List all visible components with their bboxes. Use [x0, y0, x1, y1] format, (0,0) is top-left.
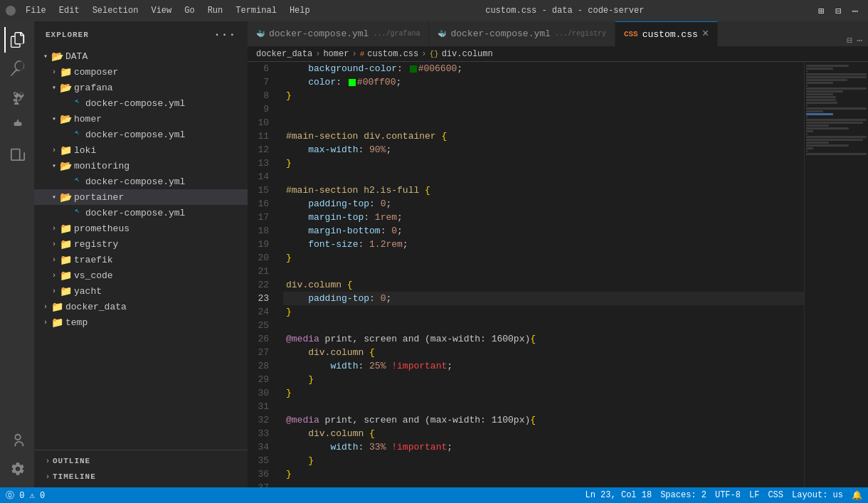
- code-content[interactable]: background-color: #006600; color: #00ff0…: [283, 62, 804, 487]
- folder-icon-traefik: 📁: [60, 254, 71, 265]
- tree-item-registry[interactable]: ›📁registry: [34, 236, 248, 252]
- tab-close-3[interactable]: ×: [702, 28, 709, 41]
- code-line-20: }: [283, 251, 804, 265]
- mini-line-27: [806, 125, 829, 127]
- status-errors[interactable]: ⓪ 0 ⚠ 0: [6, 489, 45, 502]
- tree-item-temp[interactable]: ›📁temp: [34, 314, 248, 330]
- timeline-label: TIMELINE: [53, 472, 96, 481]
- activity-extensions[interactable]: [4, 141, 30, 166]
- tab-custom-css[interactable]: CSS custom.css ×: [615, 21, 718, 46]
- tree-item-monitoring-dc[interactable]: docker-compose.yml: [34, 174, 248, 189]
- outline-header[interactable]: › OUTLINE: [40, 453, 242, 469]
- status-position[interactable]: Ln 23, Col 18: [586, 490, 652, 500]
- arrow-portainer: ▾: [48, 191, 60, 203]
- status-language[interactable]: CSS: [768, 490, 783, 500]
- menu-selection[interactable]: Selection: [87, 4, 144, 17]
- tab-label-1: docker-compose.yml: [269, 28, 369, 39]
- breadcrumb-file[interactable]: custom.css: [367, 49, 418, 59]
- status-encoding[interactable]: UTF-8: [715, 490, 741, 500]
- tree-item-docker_data[interactable]: ›📁docker_data: [34, 299, 248, 314]
- tree-item-grafana[interactable]: ▾📂grafana: [34, 80, 248, 95]
- code-line-14: [283, 170, 804, 184]
- notifications-bell[interactable]: 🔔: [852, 490, 862, 501]
- line-num-17: 17: [248, 211, 277, 224]
- tree-item-grafana-dc[interactable]: docker-compose.yml: [34, 95, 248, 111]
- tree-item-prometheus[interactable]: ›📁prometheus: [34, 221, 248, 236]
- mini-line-25: [806, 119, 867, 121]
- code-line-27: div.column {: [283, 346, 804, 359]
- tree-item-loki[interactable]: ›📁loki: [34, 142, 248, 158]
- docker-icon-grafana-dc: [71, 97, 83, 109]
- tab-docker-registry[interactable]: 🐳 docker-compose.yml .../registry: [429, 21, 615, 46]
- activity-git[interactable]: [4, 84, 30, 110]
- minimap: [804, 62, 868, 487]
- activity-search[interactable]: [4, 55, 30, 81]
- split-editor[interactable]: ⊟: [831, 4, 845, 18]
- app-icon: [6, 6, 16, 16]
- menu-terminal[interactable]: Terminal: [230, 4, 282, 17]
- arrow-vs_code: ›: [48, 270, 60, 281]
- more-tab-actions[interactable]: ⋯: [857, 35, 862, 46]
- line-num-35: 35: [248, 454, 277, 467]
- tree-item-traefik[interactable]: ›📁traefik: [34, 252, 248, 268]
- code-line-26: @media print, screen and (max-width: 160…: [283, 332, 804, 346]
- tree-item-portainer[interactable]: ▾📂portainer: [34, 189, 248, 205]
- label-registry: registry: [74, 239, 118, 250]
- tree-item-homer-dc[interactable]: docker-compose.yml: [34, 127, 248, 142]
- activity-settings[interactable]: [4, 456, 30, 482]
- tree-item-vs_code[interactable]: ›📁vs_code: [34, 268, 248, 283]
- menu-help[interactable]: Help: [284, 4, 316, 17]
- menu-view[interactable]: View: [145, 4, 177, 17]
- activity-debug[interactable]: [4, 112, 30, 138]
- breadcrumb-homer[interactable]: homer: [323, 49, 349, 59]
- window-controls[interactable]: ⊞ ⊟ ⋯: [814, 4, 862, 18]
- breadcrumb-sep-3: ›: [421, 49, 426, 59]
- activity-explorer[interactable]: [4, 27, 30, 53]
- mini-line-11: [806, 79, 847, 81]
- menu-edit[interactable]: Edit: [53, 4, 85, 17]
- tab-docker-grafana[interactable]: 🐳 docker-compose.yml .../grafana: [248, 21, 429, 46]
- line-num-24: 24: [248, 305, 277, 319]
- line-num-21: 21: [248, 265, 277, 278]
- outline-label: OUTLINE: [53, 457, 90, 465]
- layout-toggle[interactable]: ⊞: [814, 4, 828, 18]
- breadcrumb-docker-data[interactable]: docker_data: [256, 49, 312, 59]
- menu-run[interactable]: Run: [202, 4, 229, 17]
- arrow-grafana: ▾: [48, 82, 60, 93]
- code-editor[interactable]: 6789101112131415161718192021222324252627…: [248, 62, 868, 487]
- label-loki: loki: [74, 145, 96, 156]
- mini-line-30: [806, 133, 808, 135]
- docker-icon-monitoring-dc: [71, 176, 83, 187]
- mini-line-17: [806, 96, 836, 98]
- breadcrumb-selector[interactable]: div.column: [442, 49, 493, 59]
- breadcrumb-sep-1: ›: [315, 49, 320, 59]
- docker-icon-2: 🐳: [438, 30, 446, 38]
- tree-item-homer[interactable]: ▾📂homer: [34, 111, 248, 127]
- sidebar: EXPLORER ··· ▾📂DATA›📁composer▾📂grafanado…: [34, 21, 248, 487]
- tree-item-yacht[interactable]: ›📁yacht: [34, 283, 248, 299]
- tree-item-data[interactable]: ▾📂DATA: [34, 48, 248, 64]
- code-line-28: width: 25% !important;: [283, 359, 804, 373]
- status-eol[interactable]: LF: [749, 490, 759, 500]
- tree-item-composer[interactable]: ›📁composer: [34, 64, 248, 80]
- tree-item-monitoring[interactable]: ▾📂monitoring: [34, 158, 248, 174]
- line-num-34: 34: [248, 440, 277, 454]
- tab-actions[interactable]: ⊟ ⋯: [841, 35, 868, 46]
- code-line-19: font-size: 1.2rem;: [283, 238, 804, 251]
- menu-file[interactable]: File: [20, 4, 52, 17]
- timeline-header[interactable]: › TIMELINE: [40, 469, 242, 485]
- tree-item-portainer-dc[interactable]: docker-compose.yml: [34, 205, 248, 221]
- menu-go[interactable]: Go: [179, 4, 200, 17]
- mini-line-26: [806, 122, 863, 124]
- folder-icon-grafana: 📂: [60, 82, 71, 93]
- split-editor-icon[interactable]: ⊟: [847, 35, 852, 46]
- activity-account[interactable]: [4, 428, 30, 453]
- status-spaces[interactable]: Spaces: 2: [660, 490, 706, 500]
- sidebar-tree: ▾📂DATA›📁composer▾📂grafanadocker-compose.…: [34, 48, 248, 450]
- more-actions[interactable]: ⋯: [848, 4, 862, 18]
- menu-bar[interactable]: File Edit Selection View Go Run Terminal…: [6, 4, 316, 17]
- folder-icon-monitoring: 📂: [60, 160, 71, 171]
- sidebar-more-actions[interactable]: ···: [213, 28, 236, 41]
- folder-icon-docker_data: 📁: [51, 301, 63, 312]
- status-layout[interactable]: Layout: us: [792, 490, 843, 500]
